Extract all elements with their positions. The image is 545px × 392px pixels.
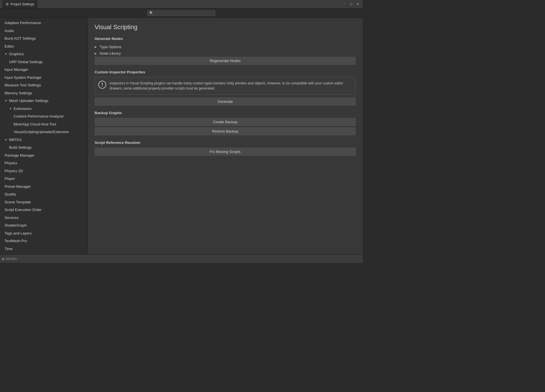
sidebar-item-mesh-uploader[interactable]: Mesh Uploader Settings: [0, 97, 88, 105]
sidebar-label: Memory Settings: [5, 90, 32, 96]
generate-nodes-header: Generate Nodes: [95, 37, 356, 41]
sidebar-label: MeshApp Cloud Host Tool: [14, 122, 56, 127]
sidebar-label: Scene Template: [5, 199, 31, 205]
sidebar-label: Preset Manager: [5, 184, 31, 189]
sidebar-item-visual-scripting-uploader[interactable]: VisualScriptingUploaderExtension: [0, 128, 88, 136]
page-title: Visual Scripting: [95, 24, 356, 31]
sidebar-item-adaptive-performance[interactable]: Adaptive Performance: [0, 19, 88, 27]
warning-icon: !: [98, 81, 106, 89]
sidebar-label: ShaderGraph: [5, 223, 27, 228]
info-box: ! Inspectors in Visual Scripting plugins…: [95, 77, 356, 95]
sidebar-label: MRTK3: [9, 137, 22, 143]
sidebar-label: Package Manager: [5, 153, 35, 158]
sidebar-label: Content Performance Analyzer: [14, 114, 64, 119]
sidebar-label: Quality: [5, 191, 16, 197]
sidebar-item-burst-aot[interactable]: Burst AOT Settings: [0, 35, 88, 42]
regenerate-nodes-button[interactable]: Regenerate Nodes: [95, 57, 356, 65]
sidebar-item-editor[interactable]: Editor: [0, 42, 88, 50]
content-area: Visual Scripting Generate Nodes Type Opt…: [88, 18, 363, 254]
sidebar-item-tags-and-layers[interactable]: Tags and Layers: [0, 229, 88, 237]
type-options-row[interactable]: Type Options: [95, 44, 356, 50]
sidebar: Adaptive Performance Audio Burst AOT Set…: [0, 18, 88, 254]
sidebar-item-input-system-package[interactable]: Input System Package: [0, 74, 88, 82]
sidebar-label: Input System Package: [5, 75, 41, 80]
search-input[interactable]: [155, 11, 213, 15]
extensions-arrow: [9, 106, 12, 111]
sidebar-item-urp-global[interactable]: URP Global Settings: [0, 58, 88, 66]
sidebar-label: Measure Tool Settings: [5, 82, 41, 88]
sidebar-label: Build Settings: [9, 145, 32, 150]
sidebar-item-graphics[interactable]: Graphics: [0, 50, 88, 58]
window-title: Project Settings: [10, 2, 34, 6]
sidebar-item-player[interactable]: Player: [0, 175, 88, 183]
bottom-bar-label: Models: [6, 257, 17, 261]
bottom-arrow-icon: ▶: [2, 257, 5, 261]
maximize-button[interactable]: ◻: [348, 2, 354, 7]
backup-graphs-section: Backup Graphs Create Backup Restore Back…: [95, 111, 356, 137]
sidebar-item-extensions[interactable]: Extensions: [0, 105, 88, 113]
sidebar-label: Adaptive Performance: [5, 20, 41, 26]
mrtk3-arrow: [5, 138, 8, 142]
sidebar-label: Audio: [5, 28, 14, 34]
bottom-bar-text: ▶ Models: [2, 257, 17, 261]
sidebar-item-audio[interactable]: Audio: [0, 27, 88, 35]
title-bar-left: ⚙ Project Settings: [2, 0, 38, 8]
create-backup-button[interactable]: Create Backup: [95, 118, 356, 126]
sidebar-item-services[interactable]: Services: [0, 214, 88, 222]
fix-missing-scripts-button[interactable]: Fix Missing Scripts: [95, 148, 356, 156]
sidebar-label: URP Global Settings: [9, 59, 43, 65]
title-bar-controls: ⋮ ◻ ✕: [342, 2, 360, 7]
sidebar-item-physics-2d[interactable]: Physics 2D: [0, 167, 88, 175]
type-options-label: Type Options: [100, 45, 122, 49]
info-text: Inspectors in Visual Scripting plugins c…: [110, 81, 352, 91]
title-bar-tab[interactable]: ⚙ Project Settings: [2, 0, 38, 8]
sidebar-item-textmesh-pro[interactable]: TextMesh Pro: [0, 237, 88, 245]
node-library-label: Node Library: [100, 51, 121, 56]
sidebar-item-time[interactable]: Time: [0, 245, 88, 253]
sidebar-label: TextMesh Pro: [5, 238, 27, 244]
main-layout: Adaptive Performance Audio Burst AOT Set…: [0, 18, 363, 254]
sidebar-item-mrtk3[interactable]: MRTK3: [0, 136, 88, 144]
sidebar-item-shadergraph[interactable]: ShaderGraph: [0, 221, 88, 229]
search-input-wrap: 🔍: [147, 10, 215, 16]
sidebar-label: Time: [5, 246, 12, 252]
bottom-bar: ▶ Models: [0, 254, 363, 263]
script-reference-resolver-header: Script Reference Resolver: [95, 140, 356, 145]
sidebar-label: Physics: [5, 160, 17, 166]
custom-inspector-header: Custom Inspector Properties: [95, 70, 356, 74]
node-library-row[interactable]: Node Library: [95, 50, 356, 57]
sidebar-item-measure-tool[interactable]: Measure Tool Settings: [0, 81, 88, 89]
sidebar-label: Editor: [5, 44, 14, 49]
restore-backup-button[interactable]: Restore Backup: [95, 127, 356, 135]
sidebar-item-package-manager[interactable]: Package Manager: [0, 152, 88, 159]
sidebar-label: Input Manager: [5, 67, 28, 73]
title-bar: ⚙ Project Settings ⋮ ◻ ✕: [0, 0, 363, 8]
mesh-uploader-arrow: [5, 99, 8, 103]
sidebar-item-meshapp-cloud[interactable]: MeshApp Cloud Host Tool: [0, 120, 88, 128]
backup-graphs-header: Backup Graphs: [95, 111, 356, 115]
sidebar-label: Mesh Uploader Settings: [9, 98, 48, 104]
sidebar-item-memory-settings[interactable]: Memory Settings: [0, 89, 88, 97]
gear-icon: ⚙: [6, 2, 9, 6]
generate-button[interactable]: Generate: [95, 97, 356, 106]
sidebar-label: Physics 2D: [5, 168, 23, 174]
sidebar-item-input-manager[interactable]: Input Manager: [0, 66, 88, 74]
sidebar-label: Tags and Layers: [5, 231, 31, 236]
sidebar-label: Player: [5, 176, 15, 182]
sidebar-item-scene-template[interactable]: Scene Template: [0, 198, 88, 206]
script-reference-resolver-section: Script Reference Resolver Fix Missing Sc…: [95, 140, 356, 157]
sidebar-label: VisualScriptingUploaderExtension: [14, 129, 69, 135]
sidebar-item-quality[interactable]: Quality: [0, 190, 88, 198]
sidebar-item-preset-manager[interactable]: Preset Manager: [0, 183, 88, 191]
sidebar-item-content-performance[interactable]: Content Performance Analyzer: [0, 112, 88, 120]
sidebar-item-script-execution-order[interactable]: Script Execution Order: [0, 206, 88, 214]
menu-button[interactable]: ⋮: [342, 2, 347, 7]
close-button[interactable]: ✕: [355, 2, 360, 7]
graphics-arrow: [5, 52, 8, 56]
sidebar-item-physics[interactable]: Physics: [0, 159, 88, 167]
sidebar-item-build-settings[interactable]: Build Settings: [0, 144, 88, 152]
search-icon: 🔍: [149, 11, 154, 15]
type-options-arrow: [95, 45, 98, 48]
sidebar-label: Extensions: [14, 106, 32, 112]
sidebar-label: Burst AOT Settings: [5, 36, 36, 41]
